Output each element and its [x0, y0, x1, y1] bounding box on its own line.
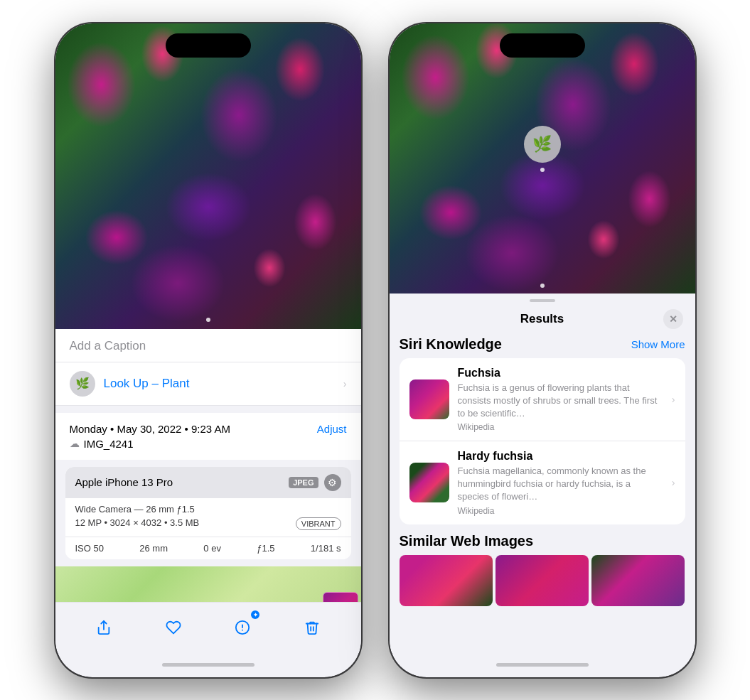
delete-button[interactable] [296, 612, 328, 643]
jpeg-badge: JPEG [289, 477, 318, 488]
vibrant-badge: VIBRANT [296, 517, 341, 530]
device-section: Apple iPhone 13 Pro JPEG ⚙ Wide Camera —… [65, 467, 351, 559]
cloud-icon: ☁ [70, 438, 80, 449]
lookup-text: Look Up – Plant [104, 377, 190, 391]
hardy-thumb [409, 463, 449, 502]
device-row: Apple iPhone 13 Pro JPEG ⚙ [65, 467, 351, 498]
camera-line: Wide Camera — 26 mm ƒ1.5 [75, 504, 341, 515]
flower-image [55, 23, 361, 329]
exif-iso: ISO 50 [75, 543, 104, 554]
exif-aperture: ƒ1.5 [257, 543, 274, 554]
filename: IMG_4241 [84, 438, 134, 450]
home-bar [55, 653, 361, 677]
info-button[interactable]: ✦ [227, 612, 258, 643]
adjust-button[interactable]: Adjust [317, 423, 347, 435]
exif-focal: 26 mm [139, 543, 168, 554]
close-button[interactable]: ✕ [663, 309, 683, 329]
left-phone: Add a Caption 🌿 Look Up – Plant › Monday… [55, 23, 361, 677]
page-dot [206, 318, 210, 322]
web-image-1[interactable] [400, 555, 493, 606]
meta-date: Monday • May 30, 2022 • 9:23 AM [70, 423, 230, 435]
photo-area-right: 🌿 [390, 23, 695, 294]
vlu-badge: 🌿 [524, 126, 561, 163]
hardy-name: Hardy fuchsia [458, 450, 663, 463]
caption-placeholder: Add a Caption [70, 339, 146, 352]
page-dot-right [540, 284, 545, 288]
map-area[interactable] [55, 566, 361, 602]
hardy-chevron: › [672, 477, 675, 488]
dynamic-island [166, 33, 251, 58]
meta-filename: ☁ IMG_4241 [70, 438, 347, 450]
right-phone: 🌿 Results ✕ Siri Knowledge Show More [390, 23, 695, 677]
results-panel: Results ✕ Siri Knowledge Show More Fuchs… [390, 294, 695, 653]
siri-knowledge-header: Siri Knowledge Show More [400, 336, 685, 352]
lookup-icon: 🌿 [70, 371, 95, 397]
dynamic-island-right [500, 33, 585, 58]
web-images-section: Similar Web Images [400, 533, 685, 606]
phone-screen-right: 🌿 Results ✕ Siri Knowledge Show More [390, 23, 695, 677]
leaf-icon: 🌿 [75, 377, 90, 390]
drag-handle[interactable] [530, 299, 555, 302]
map-thumbnail [323, 592, 358, 602]
hardy-desc: Fuchsia magellanica, commonly known as t… [458, 465, 663, 504]
lookup-row[interactable]: 🌿 Look Up – Plant › [55, 362, 361, 406]
fuchsia-source: Wikipedia [458, 422, 663, 432]
meta-section: Monday • May 30, 2022 • 9:23 AM Adjust ☁… [55, 413, 361, 460]
caption-area[interactable]: Add a Caption [55, 329, 361, 362]
home-bar-right [390, 653, 695, 677]
exif-ev: 0 ev [203, 543, 221, 554]
camera-details: Wide Camera — 26 mm ƒ1.5 12 MP • 3024 × … [65, 498, 351, 537]
hardy-source: Wikipedia [458, 506, 663, 516]
siri-knowledge-title: Siri Knowledge [400, 336, 502, 352]
toolbar: ✦ [55, 602, 361, 653]
exif-shutter: 1/181 s [311, 543, 341, 554]
fuchsia-chevron: › [672, 394, 675, 405]
share-button[interactable] [88, 612, 119, 643]
fuchsia-thumb [409, 379, 449, 419]
fuchsia-name: Fuchsia [458, 367, 663, 379]
results-header: Results ✕ [390, 306, 695, 336]
results-content: Siri Knowledge Show More Fuchsia Fuchsia… [390, 336, 695, 653]
exif-row: ISO 50 26 mm 0 ev ƒ1.5 1/181 s [65, 537, 351, 559]
gear-button[interactable]: ⚙ [324, 474, 341, 491]
fuchsia-desc: Fuchsia is a genus of flowering plants t… [458, 382, 663, 421]
home-indicator [162, 663, 255, 667]
knowledge-card: Fuchsia Fuchsia is a genus of flowering … [400, 358, 685, 524]
results-title: Results [520, 312, 564, 326]
mp-row: 12 MP • 3024 × 4032 • 3.5 MB VIBRANT [75, 517, 341, 531]
knowledge-item-hardy[interactable]: Hardy fuchsia Fuchsia magellanica, commo… [400, 441, 685, 524]
web-images-title: Similar Web Images [400, 533, 534, 549]
show-more-button[interactable]: Show More [631, 338, 685, 350]
device-name: Apple iPhone 13 Pro [75, 476, 173, 488]
vlu-icon: 🌿 [532, 135, 552, 154]
web-image-2[interactable] [495, 555, 589, 606]
home-indicator-right [496, 663, 589, 667]
phone-screen-left: Add a Caption 🌿 Look Up – Plant › Monday… [55, 23, 361, 677]
badge-row: JPEG ⚙ [289, 474, 341, 491]
knowledge-item-fuchsia[interactable]: Fuchsia Fuchsia is a genus of flowering … [400, 358, 685, 442]
hardy-info: Hardy fuchsia Fuchsia magellanica, commo… [458, 450, 663, 516]
meta-row: Monday • May 30, 2022 • 9:23 AM Adjust [70, 423, 347, 435]
resolution: 12 MP • 3024 × 4032 • 3.5 MB [75, 517, 200, 528]
vlu-dot [540, 168, 545, 172]
photo-area-left[interactable] [55, 23, 361, 329]
web-images-row [400, 555, 685, 606]
fuchsia-info: Fuchsia Fuchsia is a genus of flowering … [458, 367, 663, 433]
info-panel: Add a Caption 🌿 Look Up – Plant › Monday… [55, 329, 361, 602]
like-button[interactable] [158, 612, 189, 643]
info-badge: ✦ [251, 610, 259, 619]
web-images-header: Similar Web Images [400, 533, 685, 549]
web-image-3[interactable] [591, 555, 685, 606]
lookup-chevron: › [343, 378, 347, 389]
